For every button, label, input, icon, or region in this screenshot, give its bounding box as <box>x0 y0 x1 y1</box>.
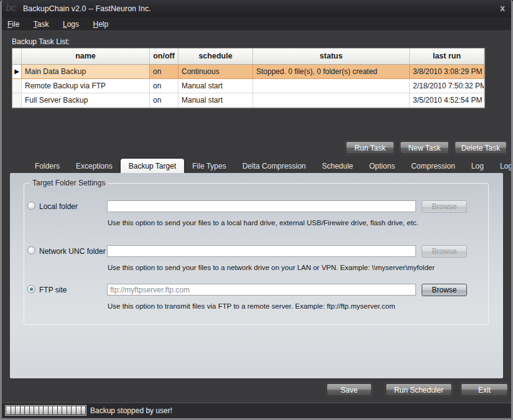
local-folder-input[interactable] <box>107 200 416 212</box>
table-header-name[interactable]: name <box>22 49 150 65</box>
ftp-site-radio[interactable] <box>27 285 35 293</box>
save-button[interactable]: Save <box>326 383 372 396</box>
tab-log-options[interactable]: Log Options <box>492 159 513 173</box>
network-unc-radio[interactable] <box>27 246 35 254</box>
table-cell-schedule[interactable]: Manual start <box>178 93 253 108</box>
network-unc-description: Use this option to send your files to a … <box>108 264 435 271</box>
table-header-last-run[interactable]: last run <box>410 49 484 65</box>
title-bar: bc BackupChain v2.0 -- FastNeuron Inc. x <box>2 0 511 17</box>
tab-options[interactable]: Options <box>361 159 403 173</box>
ftp-site-input[interactable] <box>107 284 416 296</box>
table-cell-last-run[interactable]: 3/5/2010 4:52:54 PM <box>410 93 484 108</box>
local-folder-radio[interactable] <box>27 202 35 210</box>
task-table: name on/off schedule status last run ▶ M… <box>12 48 485 108</box>
table-cell-name[interactable]: Main Data Backup <box>22 65 150 79</box>
table-header-selector <box>12 49 22 65</box>
tab-delta-compression[interactable]: Delta Compression <box>234 159 314 173</box>
delete-task-button[interactable]: Delete Task <box>455 141 507 154</box>
tab-schedule[interactable]: Schedule <box>314 159 361 173</box>
run-task-button[interactable]: Run Task <box>346 141 394 154</box>
tab-file-types[interactable]: File Types <box>184 159 234 173</box>
progress-bar <box>5 405 86 416</box>
backup-target-panel: Target Folder Settings Local folder Brow… <box>10 173 503 378</box>
app-logo-icon: bc <box>6 2 16 14</box>
new-task-button[interactable]: New Task <box>400 141 449 154</box>
table-cell-schedule[interactable]: Continuous <box>178 65 253 79</box>
tab-compression[interactable]: Compression <box>403 159 463 173</box>
network-unc-browse-button: Browse <box>422 245 467 258</box>
row-selector-arrow[interactable]: ▶ <box>12 65 22 79</box>
status-message: Backup stopped by user! <box>90 406 172 415</box>
local-folder-description: Use this option to send your files to a … <box>108 219 418 226</box>
table-cell-last-run[interactable]: 3/8/2010 3:08:29 PM <box>410 65 484 79</box>
table-cell-last-run[interactable]: 2/18/2010 7:50:32 PM <box>410 79 484 93</box>
table-cell-status[interactable] <box>253 79 410 93</box>
menu-logs[interactable]: Logs <box>57 17 85 29</box>
app-window: bc BackupChain v2.0 -- FastNeuron Inc. x… <box>0 0 513 420</box>
ftp-site-browse-button[interactable]: Browse <box>422 284 467 296</box>
menu-task[interactable]: Task <box>28 17 55 29</box>
run-scheduler-button[interactable]: Run Scheduler <box>386 383 452 396</box>
row-selector[interactable] <box>12 79 22 93</box>
table-cell-status[interactable] <box>253 93 410 108</box>
table-cell-status[interactable]: Stopped. 0 file(s), 0 folder(s) created <box>253 65 410 79</box>
tab-log[interactable]: Log <box>463 159 492 173</box>
ftp-site-description: Use this option to transmit files via FT… <box>108 302 395 310</box>
tab-strip: Folders Exceptions Backup Target File Ty… <box>27 159 513 173</box>
menu-file[interactable]: File <box>2 17 25 29</box>
table-cell-on-off[interactable]: on <box>150 65 178 79</box>
menu-help[interactable]: Help <box>87 17 114 29</box>
local-folder-browse-button: Browse <box>422 200 467 213</box>
tab-exceptions[interactable]: Exceptions <box>68 159 121 173</box>
menu-bar: File Task Logs Help <box>2 17 511 31</box>
table-cell-name[interactable]: Full Server Backup <box>22 93 150 108</box>
tab-backup-target[interactable]: Backup Target <box>121 159 185 173</box>
table-header-status[interactable]: status <box>253 49 410 65</box>
table-cell-on-off[interactable]: on <box>150 79 178 93</box>
ftp-site-label: FTP site <box>39 286 67 294</box>
window-title: BackupChain v2.0 -- FastNeuron Inc. <box>23 4 151 13</box>
table-cell-on-off[interactable]: on <box>150 93 178 108</box>
exit-button[interactable]: Exit <box>461 383 508 396</box>
close-icon[interactable]: x <box>500 3 505 13</box>
table-header-schedule[interactable]: schedule <box>178 49 253 65</box>
row-selector[interactable] <box>12 93 22 108</box>
network-unc-label: Network UNC folder <box>39 247 106 256</box>
table-header-on-off[interactable]: on/off <box>150 49 178 65</box>
network-unc-input[interactable] <box>107 245 416 257</box>
table-cell-name[interactable]: Remote Backup via FTP <box>22 79 150 93</box>
table-cell-schedule[interactable]: Manual start <box>178 79 253 93</box>
group-title: Target Folder Settings <box>30 179 108 187</box>
task-list-label: Backup Task List: <box>12 37 70 46</box>
tab-folders[interactable]: Folders <box>27 159 68 173</box>
status-bar: Backup stopped by user! <box>2 403 511 418</box>
local-folder-label: Local folder <box>39 202 78 211</box>
